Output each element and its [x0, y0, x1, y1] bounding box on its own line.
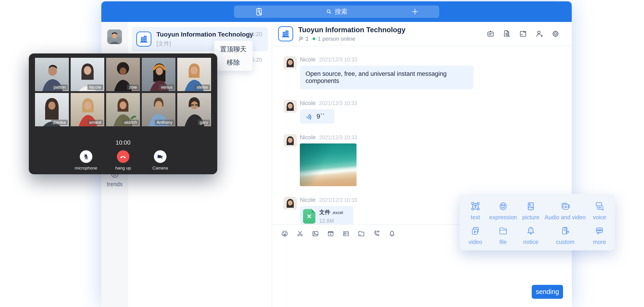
custom-icon — [560, 225, 571, 237]
participant-name: stellar — [194, 84, 210, 90]
send-button[interactable]: sending — [532, 285, 563, 299]
chat-title: Tuoyun Information Technology — [298, 26, 406, 34]
member-count: 1 — [306, 36, 308, 42]
participant-name: gary — [198, 120, 210, 125]
user-avatar[interactable] — [107, 29, 122, 44]
picture-button[interactable] — [312, 230, 319, 238]
video-message-button[interactable] — [327, 230, 334, 238]
message-input[interactable] — [272, 243, 572, 307]
plus-icon — [411, 7, 419, 16]
chat-history-search-button[interactable] — [502, 29, 511, 38]
call-controls: microphone hang up Camer — [35, 150, 211, 171]
participant-tile: zoie — [106, 58, 140, 91]
text-icon — [470, 201, 481, 212]
participant-tile: Nicole — [71, 58, 104, 91]
avatar[interactable] — [284, 197, 297, 210]
panel-item-notice[interactable]: notice — [517, 223, 544, 248]
text-bubble: Open source, free, and universal instant… — [300, 65, 474, 89]
file-extension: .excel — [332, 210, 343, 215]
message-image: Nicole 2021/12/3 10:33 — [284, 134, 572, 186]
video-icon — [470, 225, 481, 237]
avatar[interactable] — [284, 56, 297, 69]
sender-name: Nicole — [300, 56, 316, 63]
participant-grid: patton Nicole zoie venus — [35, 58, 211, 126]
online-dot — [312, 37, 315, 40]
chat-header-actions — [486, 29, 560, 38]
menu-item-pin-chat[interactable]: 置顶聊天 — [214, 42, 252, 56]
message-timestamp: 2021/12/3 10:33 — [319, 100, 357, 106]
file-library-icon — [519, 29, 527, 38]
menu-item-remove[interactable]: 移除 — [214, 56, 252, 69]
picture-icon — [525, 201, 536, 212]
file-library-button[interactable] — [519, 29, 527, 38]
contact-card-button[interactable] — [342, 230, 350, 238]
add-member-button[interactable] — [535, 29, 544, 38]
online-status: 1 person online — [318, 36, 355, 42]
panel-item-label: Audio and video — [545, 214, 586, 221]
search-icon — [326, 8, 332, 15]
participant-name: Anthony — [155, 120, 174, 125]
participant-tile: stellar — [177, 58, 211, 91]
picture-icon — [312, 230, 319, 238]
video-call-button[interactable] — [373, 230, 380, 238]
hang-up-button[interactable] — [117, 150, 130, 163]
message-voice: Nicole 2021/12/3 10:33 9`` — [284, 100, 572, 124]
sender-name: Nicole — [300, 100, 316, 106]
panel-item-custom[interactable]: custom — [545, 223, 586, 248]
panel-item-text[interactable]: text — [462, 198, 489, 223]
participant-tile: ernest — [71, 93, 104, 126]
panel-item-picture[interactable]: picture — [517, 198, 544, 223]
panel-item-file[interactable]: file — [489, 223, 517, 248]
file-name: 文件 — [319, 209, 330, 215]
voice-bubble[interactable]: 9`` — [300, 109, 334, 124]
notification-button[interactable] — [388, 230, 396, 238]
video-icon — [327, 230, 334, 238]
emoji-icon — [281, 230, 288, 238]
avatar[interactable] — [284, 100, 297, 113]
panel-item-label: voice — [593, 214, 606, 221]
search-input[interactable]: 搜索 — [326, 5, 348, 18]
announcement-button[interactable] — [486, 29, 495, 38]
image-attachment[interactable] — [300, 143, 356, 186]
excel-file-icon — [303, 209, 315, 224]
emoji-button[interactable] — [281, 230, 288, 238]
panel-item-video[interactable]: video — [462, 223, 489, 248]
camera-button[interactable] — [154, 150, 166, 163]
voice-wave-icon — [305, 112, 314, 121]
panel-item-label: text — [471, 214, 480, 221]
call-timer: 10:00 — [35, 139, 211, 146]
message-timestamp: 2021/12/3 10:33 — [319, 197, 357, 203]
top-bar: 搜索 — [101, 1, 572, 22]
add-button[interactable] — [411, 5, 419, 18]
hang-up-icon — [120, 153, 127, 160]
audio-video-icon — [560, 201, 571, 212]
settings-gear-icon — [551, 29, 560, 38]
notification-bell-icon — [388, 230, 396, 238]
voice-duration: 9`` — [316, 113, 324, 120]
screenshot-scissors-icon — [296, 230, 304, 238]
microphone-label: microphone — [74, 166, 97, 171]
avatar[interactable] — [284, 134, 297, 147]
call-records-button[interactable] — [254, 5, 264, 18]
contact-card-icon — [342, 230, 350, 238]
search-bar: 搜索 — [234, 5, 439, 18]
settings-button[interactable] — [551, 29, 560, 38]
participant-name: venus — [159, 84, 174, 90]
panel-item-label: video — [468, 239, 482, 245]
announcement-icon — [486, 29, 495, 38]
file-bubble[interactable]: 文件 .excel 12.8M — [300, 206, 353, 224]
participant-name: aldrich — [122, 120, 139, 125]
microphone-button[interactable] — [80, 150, 92, 163]
panel-item-audio-video[interactable]: Audio and video — [545, 198, 586, 223]
conversation-title: Tuoyun Information Technology — [156, 31, 248, 38]
screenshot-button[interactable] — [296, 230, 304, 238]
file-button[interactable] — [358, 230, 365, 238]
panel-item-expression[interactable]: expression — [489, 198, 517, 223]
folder-icon — [358, 230, 365, 238]
panel-item-more[interactable]: more — [586, 223, 613, 248]
hang-up-label: hang up — [115, 166, 131, 171]
panel-item-voice[interactable]: voice — [586, 198, 613, 223]
trends-label: trends — [101, 181, 128, 188]
add-member-icon — [535, 29, 544, 38]
panel-item-label: custom — [556, 239, 574, 245]
